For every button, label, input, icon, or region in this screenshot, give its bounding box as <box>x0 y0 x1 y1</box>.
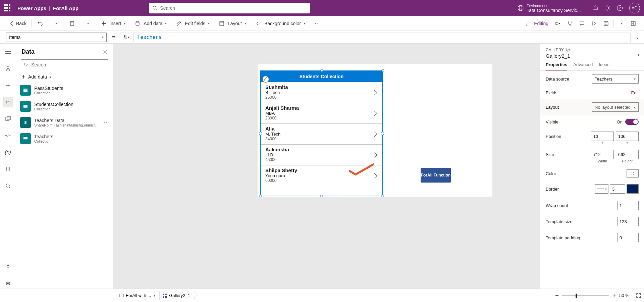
edit-gallery-button[interactable] <box>262 76 269 83</box>
add-data-button[interactable]: Add data ▾ <box>130 16 171 31</box>
prop-template-size: Template size <box>540 213 644 230</box>
global-search-input[interactable] <box>160 5 307 11</box>
data-source-item[interactable]: TeachersCollection <box>16 131 113 147</box>
tab-properties[interactable]: Properties <box>546 62 567 70</box>
zoom-slider[interactable] <box>562 295 609 296</box>
insert-button[interactable]: Insert ▾ <box>97 16 130 31</box>
fx-button[interactable]: fx▾ <box>119 33 134 42</box>
data-source-item[interactable]: STeachers DataSharePoint - ashish@ashish… <box>16 114 113 131</box>
data-source-item[interactable]: PassStudentsCollection <box>16 82 113 98</box>
template-padding-input[interactable] <box>617 233 639 242</box>
gallery-item[interactable]: Alia M. Tech 34000 <box>261 124 382 145</box>
environment-icon <box>517 5 524 11</box>
data-search-input[interactable] <box>31 62 105 67</box>
template-size-input[interactable] <box>617 217 639 226</box>
zoom-in-button[interactable]: + <box>612 292 616 299</box>
preview-button[interactable] <box>588 17 600 30</box>
gallery-item[interactable]: Aakansha LLB 45000 <box>261 145 382 165</box>
gallery-control[interactable]: Students Collection Sushmita B. Tech 260… <box>260 70 383 196</box>
zoom-out-button[interactable]: − <box>555 292 559 299</box>
rail-flows[interactable] <box>3 130 13 141</box>
size-width-input[interactable] <box>591 150 614 159</box>
rail-media[interactable] <box>3 113 13 124</box>
border-color-picker[interactable] <box>627 184 639 194</box>
property-selector[interactable]: Items▾ <box>6 33 107 42</box>
settings-button[interactable] <box>602 3 613 13</box>
fit-to-screen-icon[interactable] <box>636 293 641 298</box>
save-button[interactable] <box>600 17 612 30</box>
rail-data[interactable] <box>3 97 13 107</box>
breadcrumb-screen[interactable]: ForAll with ... ▾ <box>116 291 160 300</box>
environment-picker[interactable]: Environment Tata Consultancy Servic... <box>527 3 581 13</box>
chevron-right-icon[interactable] <box>374 90 378 96</box>
chevron-right-icon[interactable] <box>374 110 378 116</box>
user-avatar[interactable]: AG <box>629 3 640 13</box>
color-picker[interactable] <box>627 169 639 178</box>
rail-variables[interactable]: (x) <box>3 147 13 158</box>
gallery-item[interactable]: Shilpa Shetty Yoga guru 60000 <box>261 165 382 186</box>
more-icon[interactable]: ⋯ <box>104 119 109 126</box>
paste-button[interactable] <box>65 16 79 31</box>
data-search[interactable] <box>21 59 108 70</box>
chevron-right-icon[interactable] <box>374 131 378 137</box>
canvas-area[interactable]: Students Collection Sushmita B. Tech 260… <box>113 44 540 289</box>
control-name[interactable]: Gallery2_1 <box>546 53 639 59</box>
wrap-count-input[interactable] <box>617 201 639 210</box>
prop-fields: Fields Edit <box>540 87 644 99</box>
rail-virtual-agent[interactable] <box>3 278 13 289</box>
expand-panel-button[interactable]: › <box>638 52 639 58</box>
notifications-button[interactable] <box>590 3 601 13</box>
edit-fields-link[interactable]: Edit <box>631 90 639 95</box>
visible-toggle[interactable] <box>625 119 639 125</box>
svg-point-21 <box>7 283 8 284</box>
comments-button[interactable] <box>576 17 588 30</box>
tab-advanced[interactable]: Advanced <box>573 62 593 70</box>
chevron-right-icon[interactable] <box>374 152 378 158</box>
layout-button[interactable]: Layout ▾ <box>214 16 251 31</box>
flow-icon <box>5 134 11 138</box>
edit-fields-button[interactable]: Edit fields ▾ <box>171 16 214 31</box>
close-icon[interactable] <box>103 50 108 54</box>
data-source-item[interactable]: StudentsCollectionCollection <box>16 98 113 114</box>
rail-insert[interactable] <box>3 63 13 74</box>
undo-split[interactable]: ▾ <box>51 16 62 31</box>
app-launcher-icon[interactable] <box>4 4 12 12</box>
data-source-dropdown[interactable]: Teachers▾ <box>592 74 639 84</box>
gallery-item[interactable]: Sushmita B. Tech 26000 <box>261 82 382 103</box>
undo-button[interactable] <box>33 16 48 31</box>
add-data-link[interactable]: Add data ▾ <box>16 71 113 82</box>
plus-icon <box>6 83 10 88</box>
back-button[interactable]: Back <box>5 16 30 31</box>
publish-button[interactable] <box>627 17 639 30</box>
size-height-input[interactable] <box>616 150 639 159</box>
share-button[interactable] <box>552 17 564 30</box>
formula-input[interactable]: Teachers <box>134 33 631 42</box>
background-color-button[interactable]: Background color ▾ <box>251 16 310 31</box>
layout-dropdown[interactable]: No layout selected▾ <box>592 102 639 112</box>
help-button[interactable]: ? <box>614 3 625 13</box>
save-split[interactable]: ▾ <box>615 17 627 30</box>
border-style-dropdown[interactable]: ▾ <box>595 184 608 194</box>
overflow-button[interactable]: ⋯ <box>310 16 321 31</box>
rail-tools[interactable] <box>3 164 13 174</box>
gallery-item[interactable]: Anjali Sharma MBA 28000 <box>261 103 382 124</box>
position-x-input[interactable] <box>591 132 614 141</box>
breadcrumb-control[interactable]: Gallery2_1 <box>159 291 195 300</box>
border-width-input[interactable] <box>610 184 625 194</box>
rail-add[interactable] <box>3 80 13 91</box>
position-y-input[interactable] <box>616 132 639 141</box>
forall-function-button[interactable]: ForAll Function <box>421 168 451 183</box>
expand-formula-button[interactable]: ⌄ <box>631 35 644 40</box>
paste-split[interactable]: ▾ <box>83 16 94 31</box>
editing-mode-button[interactable]: Editing <box>521 21 552 26</box>
global-search[interactable] <box>149 3 310 13</box>
chevron-right-icon[interactable] <box>374 173 378 179</box>
rail-settings[interactable] <box>3 261 13 272</box>
info-icon[interactable]: ? <box>566 48 570 52</box>
collection-icon <box>20 133 31 144</box>
rail-search[interactable] <box>3 181 13 191</box>
app-checker-button[interactable] <box>564 17 576 30</box>
tab-ideas[interactable]: Ideas <box>599 62 609 70</box>
rail-tree-view[interactable] <box>3 46 13 57</box>
item-name: Sushmita <box>265 84 378 90</box>
